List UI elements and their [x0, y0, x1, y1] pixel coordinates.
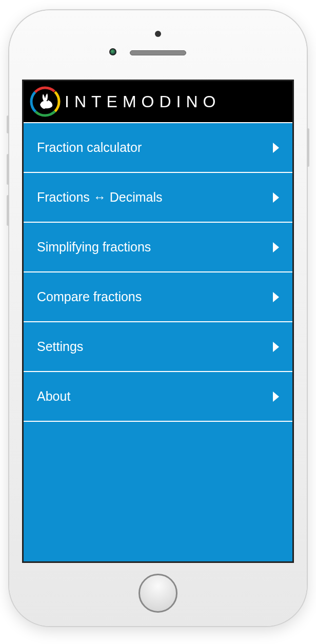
chevron-right-icon [273, 392, 279, 402]
app-header: INTEMODINO [24, 81, 292, 122]
chevron-right-icon [273, 292, 279, 302]
menu-item-label: Compare fractions [37, 289, 142, 304]
front-camera [109, 48, 116, 55]
menu-item-label: Fraction calculator [37, 140, 142, 155]
menu-item-label: About [37, 389, 70, 404]
phone-top-area [9, 10, 307, 80]
menu-item-fraction-calculator[interactable]: Fraction calculator [24, 123, 292, 173]
home-button[interactable] [139, 574, 177, 613]
phone-frame: INTEMODINO Fraction calculator Fractions… [9, 10, 307, 626]
brand-logo-icon [30, 86, 61, 117]
power-button[interactable] [307, 128, 309, 167]
menu-item-simplifying-fractions[interactable]: Simplifying fractions [24, 223, 292, 272]
brand-text: INTEMODINO [65, 92, 221, 111]
svg-point-4 [47, 100, 48, 101]
menu-item-label: Settings [37, 339, 83, 354]
menu-item-about[interactable]: About [24, 372, 292, 422]
volume-up-button[interactable] [7, 154, 9, 185]
menu-item-settings[interactable]: Settings [24, 322, 292, 372]
menu-item-label: Fractions ↔ Decimals [37, 190, 163, 205]
menu-item-fractions-decimals[interactable]: Fractions ↔ Decimals [24, 173, 292, 223]
chevron-right-icon [273, 143, 279, 153]
chevron-right-icon [273, 342, 279, 352]
chevron-right-icon [273, 192, 279, 203]
menu-item-label: Simplifying fractions [37, 240, 151, 255]
earpiece-speaker [130, 50, 186, 55]
proximity-sensor [155, 31, 161, 37]
main-menu: Fraction calculator Fractions ↔ Decimals… [24, 122, 292, 561]
mute-switch[interactable] [7, 115, 9, 133]
screen: INTEMODINO Fraction calculator Fractions… [22, 80, 294, 563]
volume-down-button[interactable] [7, 195, 9, 226]
menu-item-compare-fractions[interactable]: Compare fractions [24, 272, 292, 322]
chevron-right-icon [273, 242, 279, 252]
